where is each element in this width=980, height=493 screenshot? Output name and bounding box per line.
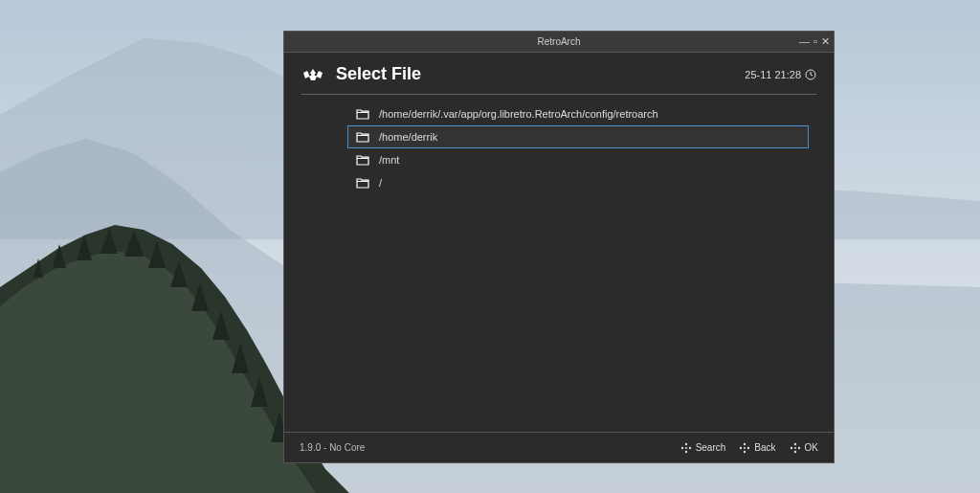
- retroarch-icon: [301, 65, 324, 84]
- ok-action[interactable]: OK: [790, 442, 818, 454]
- svg-point-14: [793, 442, 795, 444]
- folder-icon: [356, 108, 369, 120]
- footer-actions: Search Back OK: [680, 442, 818, 454]
- file-item-label: /home/derrik: [379, 131, 437, 143]
- clock-text: 25-11 21:28: [745, 69, 801, 80]
- file-item-home[interactable]: /home/derrik: [347, 125, 809, 148]
- file-item-label: /mnt: [379, 154, 399, 166]
- search-action[interactable]: Search: [680, 442, 726, 454]
- maximize-button[interactable]: ▫: [813, 36, 817, 47]
- footer: 1.9.0 - No Core Search Back OK: [284, 432, 834, 462]
- svg-point-13: [744, 447, 746, 449]
- window-title: RetroArch: [537, 36, 580, 47]
- clock: 25-11 21:28: [745, 69, 816, 80]
- svg-point-10: [744, 450, 746, 452]
- titlebar[interactable]: RetroArch — ▫ ✕: [284, 32, 834, 53]
- window-controls: — ▫ ✕: [799, 32, 830, 52]
- back-label: Back: [754, 442, 775, 453]
- svg-point-8: [685, 447, 687, 449]
- svg-point-17: [797, 446, 799, 448]
- svg-point-2: [315, 73, 318, 76]
- clock-icon: [805, 69, 816, 80]
- svg-point-6: [680, 446, 682, 448]
- status-text: 1.9.0 - No Core: [300, 442, 365, 453]
- content-area: Select File 25-11 21:28 /home/derrik/.va…: [284, 53, 834, 432]
- svg-point-15: [793, 450, 795, 452]
- svg-point-4: [684, 442, 686, 444]
- dpad-icon: [680, 442, 692, 454]
- folder-icon: [356, 177, 369, 189]
- file-item-label: /: [379, 177, 382, 189]
- close-button[interactable]: ✕: [821, 36, 830, 47]
- file-item-root[interactable]: /: [347, 171, 809, 194]
- svg-point-18: [794, 447, 796, 449]
- file-list: /home/derrik/.var/app/org.libretro.Retro…: [301, 102, 816, 194]
- svg-point-5: [684, 450, 686, 452]
- header-row: Select File 25-11 21:28: [301, 64, 816, 95]
- dpad-icon: [739, 442, 750, 454]
- back-action[interactable]: Back: [739, 442, 775, 454]
- file-item-config[interactable]: /home/derrik/.var/app/org.libretro.Retro…: [347, 102, 809, 125]
- search-label: Search: [696, 442, 726, 453]
- folder-icon: [356, 154, 369, 166]
- svg-point-11: [740, 446, 742, 448]
- svg-point-16: [790, 446, 791, 448]
- dpad-icon: [790, 442, 801, 454]
- svg-point-12: [747, 446, 749, 448]
- minimize-button[interactable]: —: [799, 36, 810, 47]
- svg-point-7: [688, 446, 690, 448]
- file-item-label: /home/derrik/.var/app/org.libretro.Retro…: [379, 108, 658, 120]
- file-item-mnt[interactable]: /mnt: [347, 148, 809, 171]
- page-title: Select File: [336, 64, 421, 84]
- header-left: Select File: [301, 64, 421, 84]
- ok-label: OK: [805, 442, 818, 453]
- svg-point-9: [744, 442, 746, 444]
- folder-icon: [356, 131, 369, 143]
- svg-point-1: [309, 73, 312, 76]
- application-window: RetroArch — ▫ ✕ Select File 25-11 21:28 …: [283, 31, 835, 463]
